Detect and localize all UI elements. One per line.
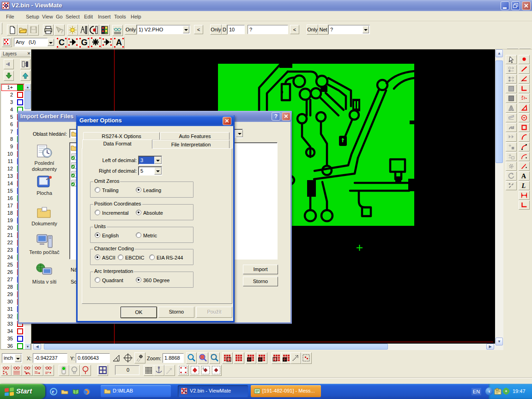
svg-text:A: A — [521, 172, 526, 180]
svg-text:s: s — [203, 367, 205, 370]
svg-text:L: L — [521, 182, 526, 189]
svg-text:e: e — [52, 388, 54, 395]
svg-text:?: ? — [60, 28, 64, 35]
